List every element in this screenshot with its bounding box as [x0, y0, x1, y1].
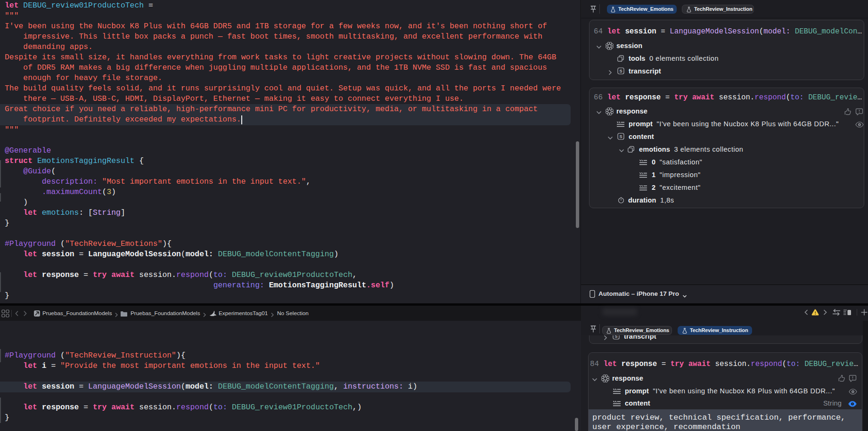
svg-text:S: S	[619, 69, 622, 73]
svg-text:S: S	[619, 134, 622, 139]
